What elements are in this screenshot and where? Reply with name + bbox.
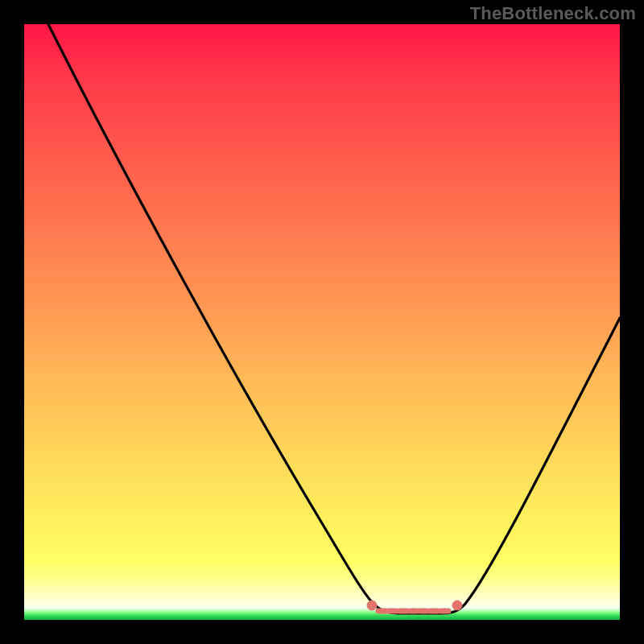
optimal-range-marker — [367, 601, 462, 611]
valley-start-dot — [367, 601, 377, 610]
curve-layer — [24, 24, 620, 620]
valley-end-dot — [452, 601, 462, 610]
watermark-text: TheBottleneck.com — [470, 3, 636, 24]
chart-frame: TheBottleneck.com — [0, 0, 644, 644]
bottleneck-curve — [48, 24, 620, 613]
plot-area — [24, 24, 620, 620]
